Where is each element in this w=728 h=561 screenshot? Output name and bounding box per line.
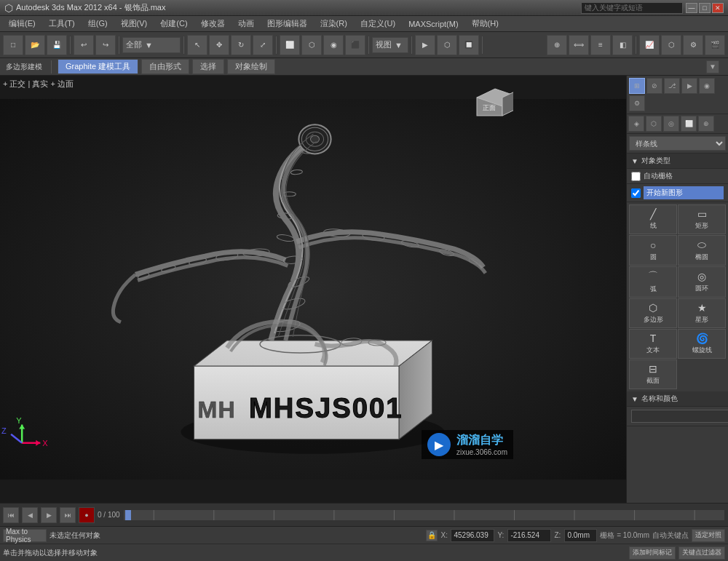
menu-animation[interactable]: 动画	[232, 17, 260, 31]
save-button[interactable]: 💾	[47, 35, 67, 55]
select-button[interactable]: ↖	[187, 35, 207, 55]
redo-button[interactable]: ↪	[95, 35, 116, 55]
timeline-play-btn[interactable]: ▶	[41, 507, 57, 523]
tab-paintdeform[interactable]: 对象绘制	[227, 59, 275, 74]
undo-button[interactable]: ↩	[74, 35, 94, 55]
menu-view[interactable]: 视图(V)	[115, 17, 154, 31]
shape-ring[interactable]: ◎ 圆环	[678, 266, 726, 298]
shape-arc[interactable]: ⌒ 弧	[629, 266, 677, 298]
shape-star[interactable]: ★ 星形	[678, 298, 726, 328]
render-btn-2[interactable]: ⬡	[437, 35, 457, 55]
selection-dropdown[interactable]: 全部 ▼	[122, 37, 181, 53]
tab-select[interactable]: 选择	[192, 59, 224, 74]
open-button[interactable]: 📂	[25, 35, 45, 55]
tool-3[interactable]: ◉	[323, 35, 344, 55]
separator-2	[119, 36, 119, 54]
menu-modifier[interactable]: 修改器	[195, 17, 231, 31]
arc-label: 弧	[650, 285, 657, 294]
menu-customize[interactable]: 自定义(U)	[355, 17, 401, 31]
align-btn[interactable]: ≡	[590, 35, 611, 55]
max-to-physics-btn[interactable]: Max to Physics	[3, 529, 47, 542]
new-button[interactable]: □	[3, 35, 23, 55]
rp-btn-motion[interactable]: ▶	[681, 78, 697, 94]
start-new-shape-checkbox[interactable]	[631, 188, 641, 198]
render-btn-3[interactable]: 🔲	[459, 35, 479, 55]
menu-edit[interactable]: 编辑(E)	[3, 17, 41, 31]
shape-circle[interactable]: ○ 圆	[629, 235, 677, 266]
start-new-shape-row: 开始新图形	[627, 184, 728, 202]
search-input[interactable]	[581, 2, 683, 14]
name-color-section-header[interactable]: ▼ 名称和颜色	[627, 391, 728, 407]
lock-btn[interactable]: 🔒	[426, 530, 438, 541]
title-right: — □ ✕	[581, 2, 724, 14]
rp-btn-2c[interactable]: ◎	[663, 116, 679, 132]
timeline-prev-btn[interactable]: ◀	[22, 507, 38, 523]
timeline-next-btn[interactable]: ⏭	[60, 507, 76, 523]
polygon-label: 多边形	[644, 315, 663, 325]
view-cube[interactable]: 正面	[470, 83, 513, 127]
shape-text[interactable]: T 文本	[629, 329, 677, 359]
tab-freeform[interactable]: 自由形式	[141, 59, 189, 74]
shape-rect[interactable]: ▭ 矩形	[678, 204, 726, 234]
shape-ellipse[interactable]: ⬭ 椭圆	[678, 235, 726, 266]
auto-grid-checkbox[interactable]	[631, 172, 641, 181]
z-value: 0.0mm	[564, 529, 597, 542]
tool-2[interactable]: ⬡	[301, 35, 322, 55]
mirror-btn[interactable]: ⟺	[569, 35, 589, 55]
filter-btn[interactable]: 关键点过滤器	[678, 546, 725, 560]
timeline-track[interactable]	[123, 509, 725, 521]
scale-button[interactable]: ⤢	[253, 35, 273, 55]
timeline-record-btn[interactable]: ●	[79, 507, 95, 523]
svg-point-30	[310, 135, 319, 143]
object-type-dropdown[interactable]: 样条线	[629, 136, 726, 151]
watermark: ▶ 溜溜自学 zixue.3066.com	[422, 430, 513, 459]
rp-btn-hierarchy[interactable]: ⎇	[664, 78, 680, 94]
start-new-shape-btn[interactable]: 开始新图形	[644, 186, 724, 199]
render-btn-final[interactable]: 🎬	[705, 35, 725, 55]
minimize-button[interactable]: —	[686, 3, 697, 13]
object-type-section-header[interactable]: ▼ 对象类型	[627, 154, 728, 169]
move-button[interactable]: ✥	[209, 35, 229, 55]
menu-graph-editor[interactable]: 图形编辑器	[261, 17, 313, 31]
menu-group[interactable]: 组(G)	[82, 17, 114, 31]
tb2-expand-btn[interactable]: ▼	[706, 60, 719, 73]
shape-line[interactable]: ╱ 线	[629, 204, 677, 234]
material-btn[interactable]: ⬡	[661, 35, 681, 55]
snap-btn[interactable]: ⊕	[547, 35, 567, 55]
tab-graphite[interactable]: Graphite 建模工具	[58, 59, 138, 74]
menu-maxscript[interactable]: MAXScript(M)	[403, 18, 464, 30]
render-btn-1[interactable]: ▶	[415, 35, 435, 55]
view-dropdown[interactable]: 视图 ▼	[372, 37, 408, 53]
tool-4[interactable]: ⬛	[345, 35, 365, 55]
menu-tools[interactable]: 工具(T)	[43, 17, 81, 31]
adapt-btn[interactable]: 适定对照	[692, 529, 725, 542]
viewport[interactable]: + 正交 | 真实 + 边面	[0, 76, 626, 503]
shape-polygon[interactable]: ⬡ 多边形	[629, 298, 677, 328]
close-button[interactable]: ✕	[712, 3, 724, 13]
add-mark-btn[interactable]: 添加时间标记	[629, 546, 676, 560]
maximize-button[interactable]: □	[699, 3, 711, 13]
rp-btn-2a[interactable]: ◈	[628, 116, 644, 132]
rp-btn-2b[interactable]: ⬡	[646, 116, 662, 132]
name-input[interactable]	[631, 410, 728, 423]
rp-btn-modify[interactable]: ⊘	[646, 78, 662, 94]
rp-btn-2e[interactable]: ⊕	[698, 116, 714, 132]
rotate-button[interactable]: ↻	[231, 35, 251, 55]
rp-btn-create[interactable]: ⊞	[629, 78, 645, 94]
rp-btn-2d[interactable]: ⬜	[681, 116, 697, 132]
menu-create[interactable]: 创建(C)	[154, 17, 193, 31]
grid-label: 栅格 = 10.0mm	[600, 530, 649, 541]
tool-1[interactable]: ⬜	[280, 35, 300, 55]
menu-help[interactable]: 帮助(H)	[466, 17, 505, 31]
menu-render[interactable]: 渲染(R)	[314, 17, 353, 31]
timeline-start-btn[interactable]: ⏮	[3, 507, 19, 523]
shape-helix[interactable]: 🌀 螺旋线	[678, 329, 726, 359]
separator-4	[276, 36, 277, 54]
curve-editor-btn[interactable]: 📈	[639, 35, 660, 55]
render-setup-btn[interactable]: ⚙	[683, 35, 703, 55]
rp-btn-utilities[interactable]: ⚙	[629, 95, 645, 111]
layer-btn[interactable]: ◧	[612, 35, 633, 55]
shape-section[interactable]: ⊟ 截面	[629, 359, 677, 389]
helix-label: 螺旋线	[692, 346, 712, 355]
rp-btn-display[interactable]: ◉	[699, 78, 715, 94]
